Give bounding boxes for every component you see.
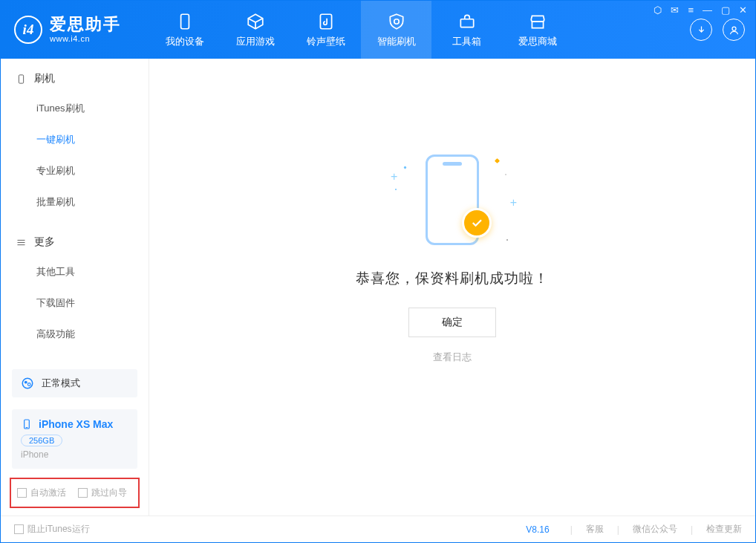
checkbox-skip-guide[interactable]: 跳过向导 [78, 487, 127, 499]
success-message: 恭喜您，保资料刷机成功啦！ [356, 269, 549, 288]
close-icon[interactable]: ✕ [739, 4, 747, 16]
logo[interactable]: i4 爱思助手 www.i4.cn [1, 16, 149, 44]
download-button[interactable] [690, 19, 712, 41]
body: 刷机 iTunes刷机 一键刷机 专业刷机 批量刷机 更多 其他工具 下载固件 … [1, 59, 755, 516]
app-url: www.i4.cn [50, 34, 90, 43]
svg-point-6 [22, 378, 33, 388]
device-card[interactable]: iPhone XS Max 256GB iPhone [12, 409, 137, 469]
phone-small-icon [16, 74, 27, 85]
shield-refresh-icon [386, 11, 407, 32]
toolbox-icon [457, 11, 478, 32]
list-icon [16, 237, 27, 248]
svg-rect-0 [180, 14, 189, 29]
svg-rect-3 [532, 22, 543, 28]
footer-link-service[interactable]: 客服 [586, 523, 604, 536]
sidebar: 刷机 iTunes刷机 一键刷机 专业刷机 批量刷机 更多 其他工具 下载固件 … [1, 59, 149, 516]
svg-rect-5 [19, 74, 23, 82]
sidebar-group-more: 更多 其他工具 下载固件 高级功能 [1, 222, 149, 354]
maximize-icon[interactable]: ▢ [721, 4, 730, 16]
footer: 阻止iTunes运行 V8.16 | 客服 | 微信公众号 | 检查更新 [1, 516, 755, 542]
tab-toolbox[interactable]: 工具箱 [431, 1, 502, 59]
svg-rect-1 [320, 14, 331, 29]
tab-store[interactable]: 爱思商城 [502, 1, 573, 59]
header: i4 爱思助手 www.i4.cn 我的设备 应用游戏 铃声壁纸 智能刷机 [1, 1, 755, 59]
footer-link-wechat[interactable]: 微信公众号 [633, 523, 677, 536]
menu-icon[interactable]: ≡ [688, 4, 694, 16]
store-icon [527, 11, 548, 32]
options-highlighted: 自动激活 跳过向导 [10, 478, 140, 508]
device-icon [175, 11, 195, 32]
main-content: ++ 恭喜您，保资料刷机成功啦！ 确定 查看日志 [149, 59, 755, 516]
tab-ringtones[interactable]: 铃声壁纸 [290, 1, 361, 59]
minimize-icon[interactable]: — [703, 4, 712, 16]
version-label: V8.16 [526, 524, 549, 535]
logo-icon: i4 [14, 16, 42, 44]
app-window: ⬡ ✉ ≡ — ▢ ✕ i4 爱思助手 www.i4.cn 我的设备 应用游戏 [0, 0, 756, 543]
sidebar-head-flash: 刷机 [1, 72, 149, 93]
sidebar-group-flash: 刷机 iTunes刷机 一键刷机 专业刷机 批量刷机 [1, 59, 149, 222]
svg-rect-2 [460, 19, 473, 27]
svg-point-7 [25, 381, 27, 384]
tab-flash[interactable]: 智能刷机 [361, 1, 431, 59]
skin-icon[interactable]: ⬡ [654, 4, 662, 16]
feedback-icon[interactable]: ✉ [671, 4, 679, 16]
sidebar-item-oneclick-flash[interactable]: 一键刷机 [1, 124, 149, 155]
window-controls: ⬡ ✉ ≡ — ▢ ✕ [654, 4, 747, 16]
mode-card[interactable]: 正常模式 [12, 369, 137, 397]
device-small-icon [21, 418, 33, 430]
header-right [690, 19, 755, 41]
sidebar-item-pro-flash[interactable]: 专业刷机 [1, 155, 149, 186]
device-type: iPhone [21, 449, 128, 460]
cube-icon [245, 11, 266, 32]
svg-point-4 [732, 27, 736, 30]
app-name: 爱思助手 [50, 16, 121, 33]
sidebar-item-advanced[interactable]: 高级功能 [1, 319, 149, 350]
account-button[interactable] [723, 19, 745, 41]
device-storage: 256GB [21, 435, 62, 446]
svg-point-8 [27, 383, 30, 386]
sidebar-head-more: 更多 [1, 235, 149, 256]
tab-apps-games[interactable]: 应用游戏 [220, 1, 290, 59]
checkbox-block-itunes[interactable]: 阻止iTunes运行 [14, 523, 90, 536]
sidebar-item-itunes-flash[interactable]: iTunes刷机 [1, 93, 149, 124]
tab-my-device[interactable]: 我的设备 [149, 1, 220, 59]
top-tabs: 我的设备 应用游戏 铃声壁纸 智能刷机 工具箱 爱思商城 [149, 1, 573, 59]
sidebar-item-batch-flash[interactable]: 批量刷机 [1, 186, 149, 218]
music-file-icon [316, 11, 336, 32]
sidebar-item-download-firmware[interactable]: 下载固件 [1, 287, 149, 319]
footer-link-update[interactable]: 检查更新 [706, 523, 742, 536]
mode-icon [21, 377, 34, 390]
checkbox-auto-activate[interactable]: 自动激活 [17, 487, 66, 499]
confirm-button[interactable]: 确定 [408, 308, 496, 337]
success-illustration: ++ [404, 152, 501, 248]
device-name: iPhone XS Max [39, 418, 113, 430]
view-log-link[interactable]: 查看日志 [433, 351, 472, 364]
check-badge-icon [462, 208, 492, 238]
sidebar-item-other-tools[interactable]: 其他工具 [1, 256, 149, 287]
